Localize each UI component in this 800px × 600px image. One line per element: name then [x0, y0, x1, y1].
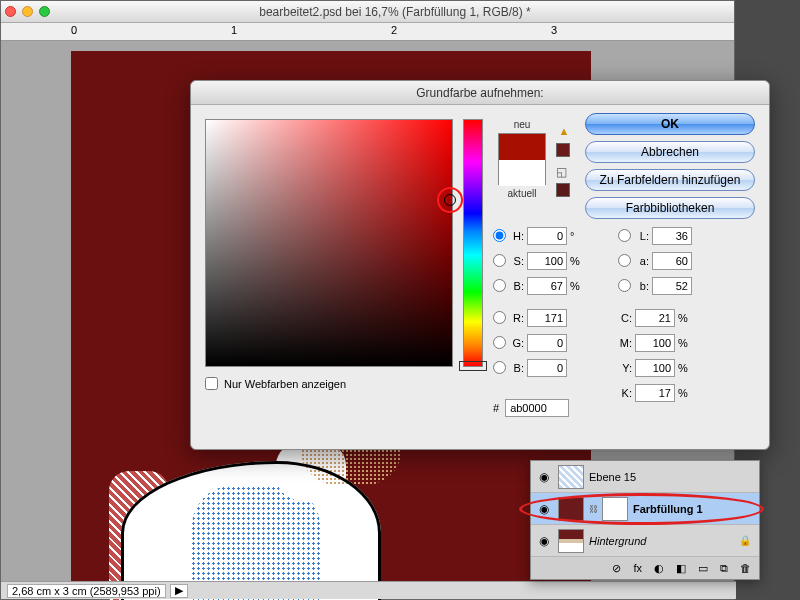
label-h: H: [510, 230, 524, 242]
webonly-checkbox[interactable] [205, 377, 218, 390]
highlight-ring [437, 187, 463, 213]
input-s[interactable] [527, 252, 567, 270]
group-icon[interactable]: ▭ [698, 562, 708, 575]
layers-panel: ◉ Ebene 15 ◉ ⛓ Farbfüllung 1 ◉ Hintergru… [530, 460, 760, 580]
radio-g[interactable] [493, 336, 506, 349]
unit-pct: % [678, 362, 692, 374]
layer-row-selected[interactable]: ◉ ⛓ Farbfüllung 1 [531, 493, 759, 525]
label-b-rgb: B: [510, 362, 524, 374]
label-s: S: [510, 255, 524, 267]
unit-pct: % [570, 280, 584, 292]
label-a: a: [635, 255, 649, 267]
cancel-button[interactable]: Abbrechen [585, 141, 755, 163]
unit-pct: % [678, 337, 692, 349]
layer-row[interactable]: ◉ Hintergrund 🔒 [531, 525, 759, 557]
input-b-rgb[interactable] [527, 359, 567, 377]
layer-thumbnail[interactable] [558, 529, 584, 553]
visibility-icon[interactable]: ◉ [535, 470, 553, 484]
input-l[interactable] [652, 227, 692, 245]
layer-row[interactable]: ◉ Ebene 15 [531, 461, 759, 493]
input-r[interactable] [527, 309, 567, 327]
label-l: L: [635, 230, 649, 242]
input-b-hsb[interactable] [527, 277, 567, 295]
color-swatch[interactable] [498, 133, 546, 185]
ruler-horizontal[interactable]: 0 1 2 3 [1, 23, 734, 41]
label-c: C: [618, 312, 632, 324]
radio-h[interactable] [493, 229, 506, 242]
add-swatch-button[interactable]: Zu Farbfeldern hinzufügen [585, 169, 755, 191]
minimize-icon[interactable] [22, 6, 33, 17]
label-b-hsb: B: [510, 280, 524, 292]
hue-slider[interactable] [463, 119, 483, 367]
radio-b-hsb[interactable] [493, 279, 506, 292]
label-m: M: [618, 337, 632, 349]
ruler-mark: 2 [391, 24, 397, 36]
hue-slider-thumb[interactable] [459, 361, 487, 371]
document-title: bearbeitet2.psd bei 16,7% (Farbfüllung 1… [56, 5, 734, 19]
webonly-label: Nur Webfarben anzeigen [224, 378, 346, 390]
input-b-lab[interactable] [652, 277, 692, 295]
layer-thumbnail[interactable] [558, 465, 584, 489]
input-k[interactable] [635, 384, 675, 402]
link-layers-icon[interactable]: ⊘ [612, 562, 621, 575]
radio-b-rgb[interactable] [493, 361, 506, 374]
mask-icon[interactable]: ◐ [654, 562, 664, 575]
radio-a[interactable] [618, 254, 631, 267]
ruler-mark: 1 [231, 24, 237, 36]
label-b-lab: b: [635, 280, 649, 292]
ruler-mark: 3 [551, 24, 557, 36]
close-icon[interactable] [5, 6, 16, 17]
unit-pct: % [678, 312, 692, 324]
input-m[interactable] [635, 334, 675, 352]
label-y: Y: [618, 362, 632, 374]
adjustment-icon[interactable]: ◧ [676, 562, 686, 575]
status-bar: 2,68 cm x 3 cm (2589,953 ppi) ▶ [1, 581, 736, 599]
visibility-icon[interactable]: ◉ [535, 502, 553, 516]
radio-l[interactable] [618, 229, 631, 242]
ruler-mark: 0 [71, 24, 77, 36]
fx-icon[interactable]: fx [633, 562, 642, 574]
status-scroll-icon[interactable]: ▶ [170, 584, 188, 598]
unit-pct: % [678, 387, 692, 399]
radio-r[interactable] [493, 311, 506, 324]
document-titlebar[interactable]: bearbeitet2.psd bei 16,7% (Farbfüllung 1… [1, 1, 734, 23]
layer-thumbnail[interactable] [558, 497, 584, 521]
input-y[interactable] [635, 359, 675, 377]
trash-icon[interactable]: 🗑 [740, 562, 751, 574]
gamut-closest-swatch[interactable] [556, 143, 570, 157]
input-h[interactable] [527, 227, 567, 245]
saturation-value-field[interactable] [205, 119, 453, 367]
current-color-label: aktuell [493, 188, 551, 199]
visibility-icon[interactable]: ◉ [535, 534, 553, 548]
label-k: K: [618, 387, 632, 399]
lock-icon[interactable]: 🔒 [739, 535, 751, 546]
websafe-closest-swatch[interactable] [556, 183, 570, 197]
new-layer-icon[interactable]: ⧉ [720, 562, 728, 575]
zoom-icon[interactable] [39, 6, 50, 17]
websafe-warning-icon[interactable]: ◱ [556, 165, 574, 179]
color-picker-dialog: Grundfarbe aufnehmen: neu aktuell ▲ ◱ OK… [190, 80, 770, 450]
unit-pct: % [570, 255, 584, 267]
layer-name[interactable]: Ebene 15 [589, 471, 636, 483]
layer-name[interactable]: Farbfüllung 1 [633, 503, 703, 515]
input-hex[interactable] [505, 399, 569, 417]
layer-mask-thumbnail[interactable] [602, 497, 628, 521]
layer-name[interactable]: Hintergrund [589, 535, 646, 547]
label-r: R: [510, 312, 524, 324]
input-g[interactable] [527, 334, 567, 352]
link-icon[interactable]: ⛓ [589, 504, 597, 514]
radio-s[interactable] [493, 254, 506, 267]
dialog-title: Grundfarbe aufnehmen: [191, 81, 769, 105]
layers-footer: ⊘ fx ◐ ◧ ▭ ⧉ 🗑 [531, 557, 759, 579]
input-c[interactable] [635, 309, 675, 327]
color-libraries-button[interactable]: Farbbibliotheken [585, 197, 755, 219]
input-a[interactable] [652, 252, 692, 270]
label-g: G: [510, 337, 524, 349]
new-color-swatch [499, 134, 545, 160]
gamut-warning-icon[interactable]: ▲ [556, 125, 572, 139]
new-color-label: neu [493, 119, 551, 130]
current-color-swatch [499, 160, 545, 186]
radio-b-lab[interactable] [618, 279, 631, 292]
unit-deg: ° [570, 230, 584, 242]
ok-button[interactable]: OK [585, 113, 755, 135]
